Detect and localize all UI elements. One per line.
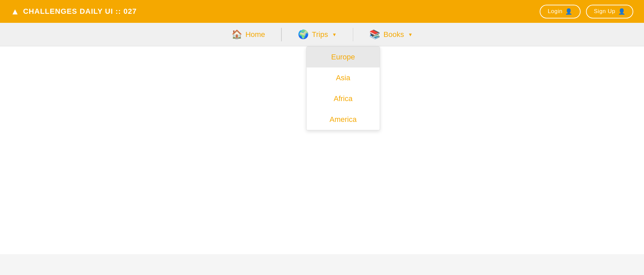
login-label: Login [548,8,562,15]
brand: ▲ CHALLENGES DAILY UI :: 027 [11,6,137,17]
login-icon: 👤 [565,8,573,15]
brand-text: CHALLENGES DAILY UI :: 027 [23,7,137,16]
books-label: Books [383,30,404,39]
trips-arrow-icon: ▼ [332,32,337,37]
top-bar-actions: Login 👤 Sign Up 👤 [540,5,633,18]
login-button[interactable]: Login 👤 [540,5,581,18]
signup-icon: 👤 [618,8,626,15]
books-arrow-icon: ▼ [408,32,413,37]
dropdown-item-america[interactable]: America [307,109,380,130]
trips-dropdown: Europe Asia Africa America [306,46,380,130]
home-label: Home [246,30,265,39]
brand-icon: ▲ [11,6,20,17]
nav-home[interactable]: 🏠 Home [215,23,281,46]
nav-trips[interactable]: 🌍 Trips ▼ Europe Asia Africa America [282,23,353,46]
nav-bar: 🏠 Home 🌍 Trips ▼ Europe Asia Africa Amer… [0,23,644,46]
dropdown-item-africa[interactable]: Africa [307,88,380,109]
trips-dropdown-menu: Europe Asia Africa America [306,46,380,130]
globe-icon: 🌍 [298,29,309,40]
nav-books[interactable]: 📚 Books ▼ [353,23,429,46]
books-icon: 📚 [369,29,380,40]
signup-label: Sign Up [594,8,615,15]
top-bar: ▲ CHALLENGES DAILY UI :: 027 Login 👤 Sig… [0,0,644,23]
trips-label: Trips [312,30,328,39]
dropdown-item-asia[interactable]: Asia [307,67,380,88]
signup-button[interactable]: Sign Up 👤 [586,5,633,18]
home-icon: 🏠 [231,29,242,40]
dropdown-item-europe[interactable]: Europe [307,47,380,67]
